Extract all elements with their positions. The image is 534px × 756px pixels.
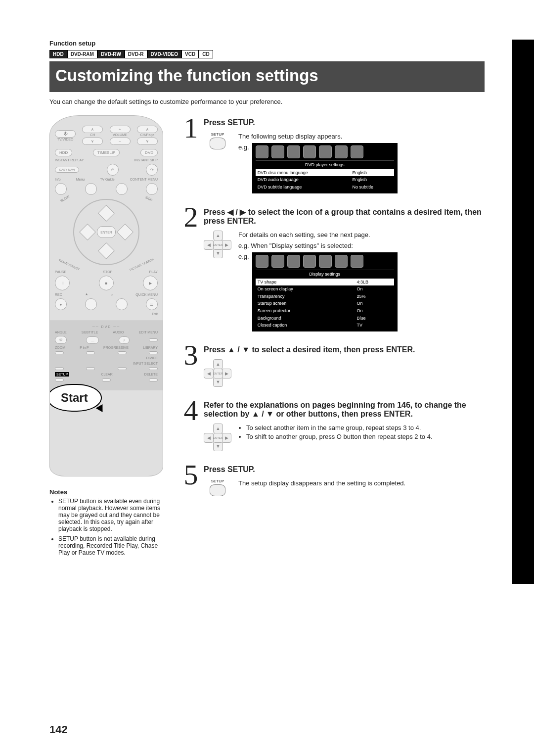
step-3: 3 Press ▲ / ▼ to select a desired item, … (178, 342, 485, 387)
nav-right (117, 224, 134, 240)
osd-cell: English (351, 176, 394, 184)
nav-down (98, 242, 115, 259)
setup-label-remote: SETUP (55, 372, 69, 377)
setup-button-remote (55, 378, 64, 381)
manual-page: Function setup HDD DVD-RAM DVD-RW DVD-R … (0, 0, 534, 756)
osd-cell: 25% (355, 293, 394, 300)
osd-icon (319, 255, 332, 268)
osd-cell: English (351, 169, 394, 177)
osd-1-title: DVD player settings (256, 160, 394, 169)
tvguide-label: TV Guide (100, 178, 115, 181)
osd-icon (287, 145, 300, 158)
play-button: ▶ (143, 276, 158, 290)
enter-pad-icon: ▲▼◀▶ENTER (204, 424, 231, 451)
osd-icon (351, 255, 363, 268)
chip-dvdrw: DVD-RW (97, 50, 125, 58)
dot-button (116, 298, 128, 310)
step-1: 1 Press SETUP. SETUP The following setup… (178, 115, 485, 193)
play-label: PLAY (149, 270, 158, 274)
osd-2: Display settings TV shape4:3LB On screen… (252, 252, 398, 331)
search-label: SEARCH (142, 258, 154, 266)
eg-label: e.g. (238, 143, 249, 152)
step-4-bullet: To shift to another group, press O butto… (246, 432, 433, 441)
start-callout: Start (49, 384, 102, 412)
step-2: 2 Press ◀ / ▶ to select the icon of a gr… (178, 204, 485, 331)
step-1-title: Press SETUP. (204, 118, 485, 127)
enter-label: ENTER (213, 433, 223, 443)
setup-button-graphic (210, 484, 225, 496)
divide-label: DIVIDE (146, 356, 158, 360)
chip-dvdram: DVD-RAM (67, 50, 97, 58)
osd-cell: No subtitle (351, 184, 394, 191)
osd-cell: DVD audio language (256, 176, 351, 184)
skip-label: SKIP (144, 195, 153, 202)
misc2-button (86, 367, 95, 370)
stop-button: ■ (99, 276, 114, 290)
step-5-lead: The setup display disappears and the set… (238, 479, 405, 488)
subtitle-label: SUBTITLE (82, 331, 98, 334)
osd-icon (303, 145, 316, 158)
progressive-button (118, 351, 127, 354)
osd-icon (303, 255, 316, 268)
note-item: SETUP button is available even during no… (58, 498, 168, 532)
angle-label: ANGLE (55, 331, 67, 334)
enter-pad-icon: ▲▼◀▶ENTER (204, 231, 231, 258)
chip-dvdvideo: DVD-VIDEO (147, 50, 182, 58)
osd-cell: On screen display (256, 285, 355, 293)
osd-cell: Transparency (256, 293, 355, 300)
enter-label: ENTER (213, 369, 223, 378)
osd-2-title: Display settings (256, 270, 394, 279)
chip-cd: CD (199, 50, 213, 58)
audio-button: ♪ (119, 336, 130, 344)
intro-text: You can change the default settings to c… (49, 98, 485, 105)
osd-cell: On (355, 307, 394, 315)
library-label: LIBRARY (143, 346, 158, 349)
chip-dvdr: DVD-R (125, 50, 147, 58)
setup-label: SETUP (204, 132, 231, 137)
osd-cell: 4:3LB (355, 279, 394, 286)
setup-label: SETUP (204, 479, 231, 483)
contentmenu-label: CONTENT MENU (130, 178, 158, 181)
eg-label: e.g. (238, 252, 249, 261)
osd-cell: Closed caption (256, 322, 355, 329)
step-number: 2 (178, 204, 204, 230)
misc3-button (118, 367, 127, 370)
step-5-title: Press SETUP. (204, 465, 485, 474)
angle-button: ⦾ (55, 336, 67, 344)
right-black-bar (512, 40, 534, 584)
instant-replay-label: INSTANT REPLAY (55, 158, 84, 162)
star-button (85, 298, 97, 310)
osd-icon (256, 255, 268, 268)
ch-down-button: ∨ (82, 138, 103, 145)
chpage-label: CH/Page (137, 133, 158, 137)
pinp-label: P in P (80, 346, 89, 349)
osd-cell: DVD disc menu language (256, 169, 351, 177)
audio-label: AUDIO (113, 331, 124, 334)
step-4-title: Refer to the explanations on pages begin… (204, 401, 485, 419)
clear-button (102, 378, 111, 381)
osd-cell: On (355, 300, 394, 307)
osd-cell: Blue (355, 315, 394, 322)
section-label: Function setup (49, 40, 485, 47)
step-number: 3 (178, 342, 204, 368)
osd-icon (319, 145, 332, 158)
chip-hdd: HDD (49, 50, 67, 58)
zoom-label: ZOOM (55, 346, 65, 349)
osd-icon (287, 255, 300, 268)
volume-label: VOLUME (110, 133, 131, 137)
power-button: ⏻ (55, 130, 76, 138)
step-3-title: Press ▲ / ▼ to select a desired item, th… (204, 345, 485, 354)
ch-label: CH (82, 133, 103, 137)
frame-label: FRAME (58, 259, 69, 266)
osd-cell: On (355, 285, 394, 293)
step-4: 4 Refer to the explanations on pages beg… (178, 398, 485, 451)
page-number: 142 (49, 723, 68, 736)
menu-label: Menu (76, 178, 85, 181)
nav-left (79, 224, 96, 240)
vol-up-button: + (110, 126, 131, 133)
vol-down-button: − (110, 138, 131, 145)
osd-cell: Screen protector (256, 307, 355, 315)
osd-cell: DVD subtitle language (256, 184, 351, 191)
quickmenu-label: QUICK MENU (135, 293, 158, 296)
page-title: Customizing the function settings (49, 61, 485, 92)
